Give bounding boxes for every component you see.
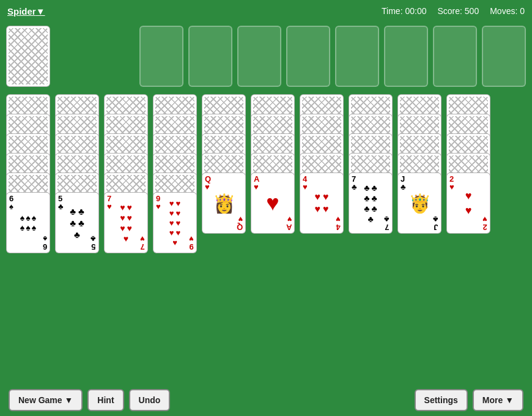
foundations — [139, 26, 526, 87]
score-label: Score: 500 — [437, 6, 479, 16]
foundation-slot-2 — [188, 26, 232, 87]
header: Spider▼ Time: 00:00 Score: 500 Moves: 0 — [0, 0, 532, 22]
header-stats: Time: 00:00 Score: 500 Moves: 0 — [382, 6, 525, 16]
foundation-slot-6 — [384, 26, 428, 87]
foundation-slot-4 — [286, 26, 330, 87]
face-up-card[interactable]: 5♣ ♣♣ ♣♣ ♣ 5♣ — [55, 192, 99, 253]
column-4: Q♥ 👸 Q♥ — [202, 94, 246, 234]
footer-right: Settings More ▼ — [415, 389, 523, 411]
game-title-button[interactable]: Spider▼ — [7, 6, 45, 17]
face-up-card[interactable]: 4♥ ♥♥ ♥♥ 4♥ — [300, 173, 344, 234]
face-up-card[interactable]: 6♠ ♠♠♠ ♠♠♠ 6♠ — [6, 192, 50, 253]
column-9: 2♥ ♥ ♥ 2♥ — [446, 94, 490, 234]
face-up-card[interactable]: Q♥ 👸 Q♥ — [202, 173, 246, 234]
columns: 6♠ ♠♠♠ ♠♠♠ 6♠ 5♣ ♣♣ — [6, 94, 526, 253]
face-up-card[interactable]: 7♥ ♥♥ ♥♥ ♥♥ ♥ 7♥ — [104, 192, 148, 253]
face-up-card[interactable]: J♣ 🤴 J♣ — [397, 173, 441, 234]
column-5: A♥ ♥ A♥ — [251, 94, 295, 234]
foundation-slot-1 — [139, 26, 183, 87]
face-up-card[interactable]: 9♥ ♥♥ ♥♥ ♥♥ ♥♥ ♥ 9♥ — [153, 192, 197, 253]
foundation-slot-3 — [237, 26, 281, 87]
foundation-slot-8 — [482, 26, 526, 87]
column-6: 4♥ ♥♥ ♥♥ 4♥ — [300, 94, 344, 234]
new-game-button[interactable]: New Game ▼ — [9, 389, 83, 411]
top-row — [6, 26, 526, 87]
more-button[interactable]: More ▼ — [473, 389, 523, 411]
face-up-card[interactable]: A♥ ♥ A♥ — [251, 173, 295, 234]
timer-label: Time: 00:00 — [382, 6, 426, 16]
face-up-card[interactable]: 7♣ ♣♣ ♣♣ ♣♣ ♣ 7♣ — [349, 173, 393, 234]
foundation-slot-7 — [433, 26, 477, 87]
column-2: 7♥ ♥♥ ♥♥ ♥♥ ♥ 7♥ — [104, 94, 148, 253]
column-0: 6♠ ♠♠♠ ♠♠♠ 6♠ — [6, 94, 50, 253]
column-7: 7♣ ♣♣ ♣♣ ♣♣ ♣ 7♣ — [349, 94, 393, 234]
footer: New Game ▼ Hint Undo Settings More ▼ — [0, 384, 532, 416]
column-8: J♣ 🤴 J♣ — [397, 94, 441, 234]
foundation-slot-5 — [335, 26, 379, 87]
column-1: 5♣ ♣♣ ♣♣ ♣ 5♣ — [55, 94, 99, 253]
hint-button[interactable]: Hint — [87, 389, 124, 411]
face-up-card[interactable]: 2♥ ♥ ♥ 2♥ — [446, 173, 490, 234]
game-area: 6♠ ♠♠♠ ♠♠♠ 6♠ 5♣ ♣♣ — [0, 22, 532, 257]
undo-button[interactable]: Undo — [129, 389, 171, 411]
stock-card[interactable] — [6, 26, 50, 87]
settings-button[interactable]: Settings — [415, 389, 468, 411]
moves-label: Moves: 0 — [490, 6, 525, 16]
stock-pile[interactable] — [6, 26, 50, 87]
column-3: 9♥ ♥♥ ♥♥ ♥♥ ♥♥ ♥ 9♥ — [153, 94, 197, 253]
